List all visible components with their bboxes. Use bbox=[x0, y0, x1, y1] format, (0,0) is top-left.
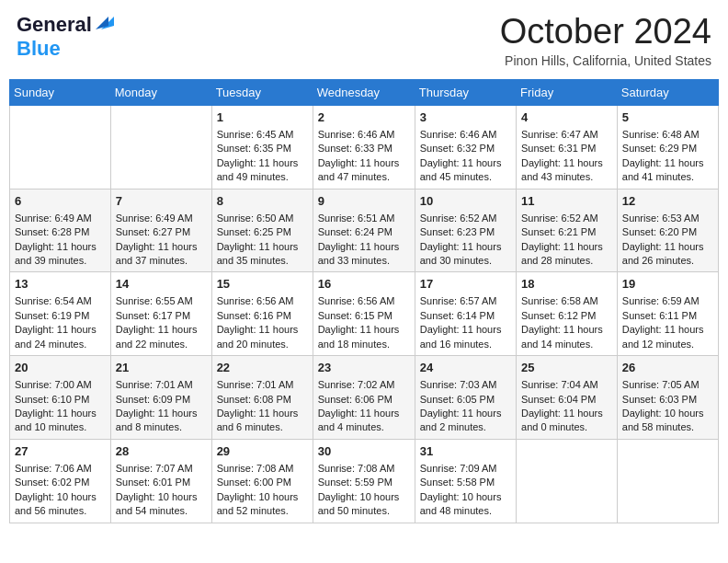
sunset-text: Sunset: 6:16 PM bbox=[217, 309, 308, 323]
sunset-text: Sunset: 6:10 PM bbox=[15, 393, 106, 407]
sunset-text: Sunset: 6:33 PM bbox=[318, 142, 410, 155]
day-number: 8 bbox=[217, 193, 308, 210]
calendar-cell: 18Sunrise: 6:58 AMSunset: 6:12 PMDayligh… bbox=[517, 272, 618, 356]
sunset-text: Sunset: 6:11 PM bbox=[622, 309, 713, 323]
daylight-text: Daylight: 11 hours and 8 minutes. bbox=[116, 407, 207, 435]
sunrise-text: Sunrise: 7:03 AM bbox=[420, 378, 511, 392]
calendar-cell: 25Sunrise: 7:04 AMSunset: 6:04 PMDayligh… bbox=[517, 356, 618, 440]
sunrise-text: Sunrise: 7:08 AM bbox=[217, 462, 308, 476]
day-number: 4 bbox=[521, 109, 612, 126]
calendar-table: SundayMondayTuesdayWednesdayThursdayFrid… bbox=[9, 79, 719, 523]
calendar-cell: 29Sunrise: 7:08 AMSunset: 6:00 PMDayligh… bbox=[211, 439, 313, 523]
sunrise-text: Sunrise: 6:55 AM bbox=[116, 294, 207, 308]
calendar-cell: 17Sunrise: 6:57 AMSunset: 6:14 PMDayligh… bbox=[415, 272, 516, 356]
sunset-text: Sunset: 6:15 PM bbox=[318, 309, 410, 323]
col-header-friday: Friday bbox=[517, 79, 618, 105]
daylight-text: Daylight: 11 hours and 6 minutes. bbox=[217, 407, 308, 435]
calendar-cell: 14Sunrise: 6:55 AMSunset: 6:17 PMDayligh… bbox=[110, 272, 211, 356]
daylight-text: Daylight: 11 hours and 28 minutes. bbox=[521, 240, 612, 269]
daylight-text: Daylight: 11 hours and 18 minutes. bbox=[318, 323, 410, 351]
sunset-text: Sunset: 6:09 PM bbox=[116, 393, 207, 407]
sunset-text: Sunset: 6:31 PM bbox=[521, 142, 612, 155]
sunrise-text: Sunrise: 6:56 AM bbox=[217, 294, 308, 308]
sunrise-text: Sunrise: 7:02 AM bbox=[318, 378, 410, 392]
daylight-text: Daylight: 10 hours and 50 minutes. bbox=[318, 490, 410, 519]
day-number: 9 bbox=[318, 193, 410, 210]
sunrise-text: Sunrise: 6:45 AM bbox=[217, 128, 308, 142]
daylight-text: Daylight: 11 hours and 0 minutes. bbox=[521, 407, 612, 435]
sunset-text: Sunset: 6:29 PM bbox=[622, 142, 713, 155]
calendar-cell bbox=[10, 105, 111, 189]
sunset-text: Sunset: 6:21 PM bbox=[521, 225, 612, 239]
week-row-4: 20Sunrise: 7:00 AMSunset: 6:10 PMDayligh… bbox=[10, 356, 719, 440]
calendar-cell: 12Sunrise: 6:53 AMSunset: 6:20 PMDayligh… bbox=[617, 189, 718, 272]
sunrise-text: Sunrise: 6:59 AM bbox=[622, 294, 713, 308]
sunrise-text: Sunrise: 6:56 AM bbox=[318, 294, 410, 308]
daylight-text: Daylight: 11 hours and 45 minutes. bbox=[420, 156, 511, 185]
calendar-cell: 7Sunrise: 6:49 AMSunset: 6:27 PMDaylight… bbox=[110, 189, 211, 272]
calendar-cell: 24Sunrise: 7:03 AMSunset: 6:05 PMDayligh… bbox=[415, 356, 516, 440]
calendar-cell: 3Sunrise: 6:46 AMSunset: 6:32 PMDaylight… bbox=[415, 105, 516, 189]
day-number: 24 bbox=[420, 360, 511, 376]
location: Pinon Hills, California, United States bbox=[500, 53, 711, 68]
daylight-text: Daylight: 11 hours and 4 minutes. bbox=[318, 407, 410, 435]
daylight-text: Daylight: 11 hours and 37 minutes. bbox=[116, 240, 207, 269]
header-row: SundayMondayTuesdayWednesdayThursdayFrid… bbox=[10, 79, 719, 105]
calendar-cell: 8Sunrise: 6:50 AMSunset: 6:25 PMDaylight… bbox=[211, 189, 313, 272]
sunrise-text: Sunrise: 6:48 AM bbox=[622, 128, 713, 142]
day-number: 30 bbox=[318, 443, 410, 460]
sunset-text: Sunset: 6:35 PM bbox=[217, 142, 308, 155]
header: General Blue October 2024 Pinon Hills, C… bbox=[9, 9, 719, 72]
daylight-text: Daylight: 11 hours and 30 minutes. bbox=[420, 240, 511, 269]
day-number: 27 bbox=[15, 443, 106, 460]
calendar-cell bbox=[517, 439, 618, 523]
daylight-text: Daylight: 10 hours and 48 minutes. bbox=[420, 490, 511, 519]
sunrise-text: Sunrise: 6:46 AM bbox=[420, 128, 511, 142]
sunrise-text: Sunrise: 7:01 AM bbox=[217, 378, 308, 392]
daylight-text: Daylight: 11 hours and 14 minutes. bbox=[521, 323, 612, 351]
logo-bird-icon bbox=[94, 13, 114, 33]
sunset-text: Sunset: 6:00 PM bbox=[217, 476, 308, 489]
daylight-text: Daylight: 11 hours and 20 minutes. bbox=[217, 323, 308, 351]
daylight-text: Daylight: 11 hours and 41 minutes. bbox=[622, 156, 713, 185]
daylight-text: Daylight: 11 hours and 39 minutes. bbox=[15, 240, 106, 269]
sunset-text: Sunset: 5:59 PM bbox=[318, 476, 410, 489]
daylight-text: Daylight: 11 hours and 16 minutes. bbox=[420, 323, 511, 351]
week-row-2: 6Sunrise: 6:49 AMSunset: 6:28 PMDaylight… bbox=[10, 189, 719, 272]
week-row-1: 1Sunrise: 6:45 AMSunset: 6:35 PMDaylight… bbox=[10, 105, 719, 189]
sunset-text: Sunset: 6:20 PM bbox=[622, 225, 713, 239]
day-number: 7 bbox=[116, 193, 207, 210]
day-number: 20 bbox=[15, 360, 106, 376]
calendar-cell: 13Sunrise: 6:54 AMSunset: 6:19 PMDayligh… bbox=[10, 272, 111, 356]
sunset-text: Sunset: 6:04 PM bbox=[521, 393, 612, 407]
sunset-text: Sunset: 6:03 PM bbox=[622, 393, 713, 407]
calendar-cell bbox=[617, 439, 718, 523]
calendar-cell: 19Sunrise: 6:59 AMSunset: 6:11 PMDayligh… bbox=[617, 272, 718, 356]
day-number: 19 bbox=[622, 276, 713, 293]
sunrise-text: Sunrise: 6:52 AM bbox=[420, 212, 511, 225]
day-number: 11 bbox=[521, 193, 612, 210]
sunset-text: Sunset: 6:12 PM bbox=[521, 309, 612, 323]
day-number: 25 bbox=[521, 360, 612, 376]
sunset-text: Sunset: 6:19 PM bbox=[15, 309, 106, 323]
day-number: 6 bbox=[15, 193, 106, 210]
sunset-text: Sunset: 6:02 PM bbox=[15, 476, 106, 489]
sunrise-text: Sunrise: 7:01 AM bbox=[116, 378, 207, 392]
day-number: 15 bbox=[217, 276, 308, 293]
col-header-wednesday: Wednesday bbox=[313, 79, 415, 105]
sunset-text: Sunset: 6:14 PM bbox=[420, 309, 511, 323]
day-number: 5 bbox=[622, 109, 713, 126]
sunrise-text: Sunrise: 7:00 AM bbox=[15, 378, 106, 392]
sunrise-text: Sunrise: 6:47 AM bbox=[521, 128, 612, 142]
calendar-cell: 30Sunrise: 7:08 AMSunset: 5:59 PMDayligh… bbox=[313, 439, 415, 523]
calendar-cell: 16Sunrise: 6:56 AMSunset: 6:15 PMDayligh… bbox=[313, 272, 415, 356]
day-number: 26 bbox=[622, 360, 713, 376]
calendar-cell: 26Sunrise: 7:05 AMSunset: 6:03 PMDayligh… bbox=[617, 356, 718, 440]
calendar-cell: 20Sunrise: 7:00 AMSunset: 6:10 PMDayligh… bbox=[10, 356, 111, 440]
calendar-cell: 5Sunrise: 6:48 AMSunset: 6:29 PMDaylight… bbox=[617, 105, 718, 189]
day-number: 1 bbox=[217, 109, 308, 126]
day-number: 29 bbox=[217, 443, 308, 460]
daylight-text: Daylight: 10 hours and 54 minutes. bbox=[116, 490, 207, 519]
col-header-monday: Monday bbox=[110, 79, 211, 105]
sunset-text: Sunset: 6:08 PM bbox=[217, 393, 308, 407]
